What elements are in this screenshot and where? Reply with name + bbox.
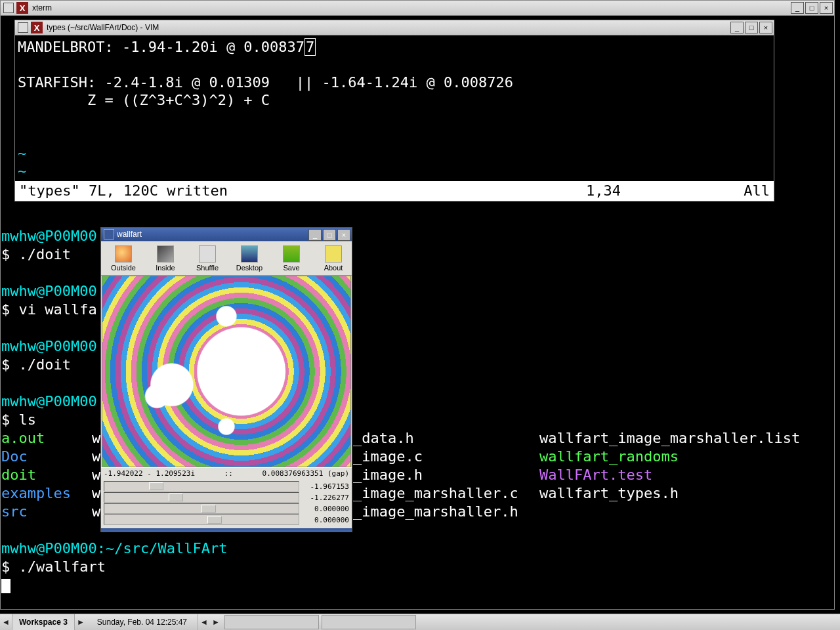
shuffle-icon [199,245,216,262]
vim-title: types (~/src/WallFArt/Doc) - VIM [47,23,159,32]
xterm-title: xterm [32,3,52,12]
prompt-last-path: :~/src/WallFArt [97,540,228,556]
ls-src: src [1,503,28,520]
ls-col4-2: WallFArt.test [539,467,652,483]
vim-titlebar[interactable]: types (~/src/WallFArt/Doc) - VIM _ □ × [15,20,774,35]
slider-4: 0.000000 [104,514,349,525]
vim-tilde-2: ~ [18,163,26,179]
slider-4-track[interactable] [104,514,299,525]
slider-imag-value: -1.226277 [302,494,349,502]
wallfart-sysmenu[interactable] [104,229,114,240]
taskbar-clock: Sunday, Feb. 04 12:25:47 [87,614,198,630]
slider-real-thumb[interactable] [149,482,163,490]
outside-button[interactable]: Outside [102,243,144,274]
task-2-icon [324,617,334,627]
slider-real: -1.967153 [104,481,349,492]
wallfart-toolbar: Outside Inside Shuffle Desktop Save Abou… [101,242,352,276]
vim-line-4: Z = ((Z^3+C^3)^2) + C [18,92,270,108]
ls-col3-3: _image_marshaller.c [353,485,518,501]
star-icon [325,245,342,262]
vim-status-msg: "types" 7L, 120C written [19,181,586,201]
inside-button[interactable]: Inside [144,243,186,274]
coord-readout: -1.942022 - 1.209523i :: 0.008376963351 … [101,467,352,479]
slider-3-value: 0.000000 [302,505,349,513]
vim-status-pos: 1,34 [586,181,717,201]
vim-icon [31,22,43,33]
ls-col3-4: _image_marshaller.h [353,503,518,520]
vim-maximize-button[interactable]: □ [745,22,758,33]
gap-value: 0.008376963351 (gap) [262,469,349,478]
xterm-sysmenu[interactable] [3,3,14,13]
cmd-2: vi wallfa [19,301,97,318]
wallfart-window: wallfart _ □ × Outside Inside Shuffle De… [100,227,352,532]
prompt-cut-3: mwhw@P00M00 [1,338,97,354]
pager-right-icon[interactable]: ► [75,618,87,627]
ls-col4-1: wallfart_randoms [539,448,679,465]
task-button-1[interactable] [224,615,319,629]
slider-imag: -1.226277 [104,492,349,503]
wallfart-title: wallfart [117,230,142,239]
slider-3-track[interactable] [104,503,299,514]
xterm-maximize-button[interactable]: □ [805,2,818,14]
task-1-icon [226,617,237,627]
desktop-icon [241,245,258,262]
outside-icon [115,245,132,262]
taskbar: ◄ Workspace 3 ► Sunday, Feb. 04 12:25:47… [0,614,840,630]
vim-line-3: STARFISH: -2.4-1.8i @ 0.01309 || -1.64-1… [18,74,513,91]
tasks-scroll-left-icon[interactable]: ◄ [198,618,210,627]
ls-doit: doit [1,467,36,483]
cmd-1: ./doit [19,246,71,262]
xterm-titlebar[interactable]: xterm _ □ × [1,1,834,16]
about-button[interactable]: About [312,243,354,274]
vim-close-button[interactable]: × [759,22,772,33]
ls-doc: Doc [1,448,28,465]
vim-buffer[interactable]: MANDELBROT: -1.94-1.20i @ 0.008377 STARF… [15,35,774,181]
slider-4-thumb[interactable] [207,516,222,524]
ls-aout: a.out [1,430,45,446]
xterm-close-button[interactable]: × [820,2,833,14]
xterm-icon [16,2,28,14]
vim-minimize-button[interactable]: _ [730,22,744,33]
vim-status-line: "types" 7L, 120C written 1,34 All [15,181,774,201]
save-button[interactable]: Save [270,243,312,274]
vim-sysmenu[interactable] [18,22,28,33]
xterm-minimize-button[interactable]: _ [791,2,804,14]
pager-left-icon[interactable]: ◄ [0,618,12,627]
vim-status-pct: All [717,181,770,201]
terminal-cursor [1,579,10,593]
workspace-label[interactable]: Workspace 3 [12,614,75,630]
slider-imag-thumb[interactable] [169,494,183,501]
cmd-4: ls [19,411,37,428]
wallfart-minimize-button[interactable]: _ [308,229,322,241]
slider-real-track[interactable] [104,481,299,492]
tasks-scroll-right-icon[interactable]: ► [210,618,222,627]
wallfart-close-button[interactable]: × [337,229,350,241]
desktop-button[interactable]: Desktop [228,243,270,274]
wallfart-resize-grip[interactable] [101,528,352,532]
vim-cursor: 7 [304,38,316,56]
coord-sep: :: [224,469,233,478]
prompt-cut-2: mwhw@P00M00 [1,283,97,299]
fractal-canvas[interactable] [102,276,351,467]
slider-real-value: -1.967153 [302,482,349,491]
shuffle-button[interactable]: Shuffle [186,243,228,274]
vim-tilde-1: ~ [18,145,26,161]
wallfart-maximize-button[interactable]: □ [323,229,336,241]
vim-line-1a: MANDELBROT: -1.94-1.20i @ 0.00837 [18,39,304,55]
slider-4-value: 0.000000 [302,516,349,524]
ls-examples: examples [1,485,71,501]
cmd-5: ./wallfart [19,558,106,575]
ls-col3-0: _data.h [353,430,414,446]
coord-value: -1.942022 - 1.209523i [104,469,195,478]
task-button-2[interactable] [322,615,416,629]
slider-3: 0.000000 [104,503,349,514]
inside-icon [157,245,174,262]
prompt-dollar: $ [1,246,19,262]
slider-imag-track[interactable] [104,492,299,503]
prompt-last-user: mwhw@P00M00 [1,540,97,556]
prompt-cut: mwhw@P00M00 [1,228,97,244]
cmd-3: ./doit [19,356,71,373]
wallfart-titlebar[interactable]: wallfart _ □ × [101,228,352,242]
prompt-cut-4: mwhw@P00M00 [1,393,97,410]
slider-3-thumb[interactable] [201,505,216,513]
